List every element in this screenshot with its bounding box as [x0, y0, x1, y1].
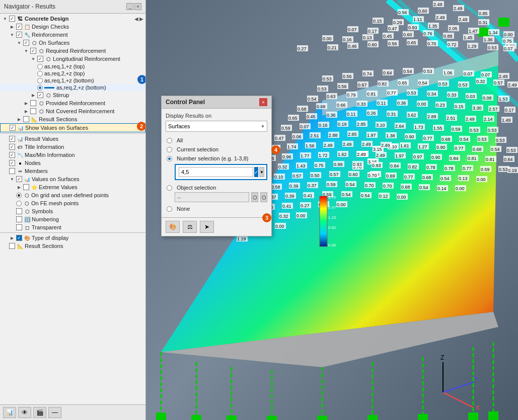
checkbox-design-checks[interactable]: [16, 24, 22, 30]
tree-item-as-req-1-bottom[interactable]: as,req,1,+z (bottom) 1: [0, 77, 145, 84]
radio-as-req-1-top[interactable]: [37, 64, 43, 69]
radio-all[interactable]: [167, 138, 172, 143]
checkbox-symbols[interactable]: [16, 208, 22, 214]
confirm-button[interactable]: ✓: [254, 167, 258, 177]
tree-item-numbering[interactable]: 🔢 Numbering: [0, 215, 145, 223]
checkbox-concrete-design[interactable]: [9, 16, 15, 22]
radio-as-req-1-bottom[interactable]: [37, 78, 43, 83]
tree-item-required-reinforcement[interactable]: ▼ ⬡ Required Reinforcement: [0, 47, 145, 55]
checkbox-longitudinal[interactable]: [37, 56, 43, 62]
display-results-value: Surfaces: [168, 123, 190, 129]
checkbox-maxmin[interactable]: [9, 152, 15, 158]
toolbar-camera-btn[interactable]: 🎬: [33, 407, 46, 418]
object-btn-2[interactable]: ⬡: [260, 192, 267, 202]
checkbox-type-display[interactable]: [16, 235, 22, 241]
tree-item-transparent[interactable]: ◻ Transparent: [0, 223, 145, 231]
svg-text:2.49: 2.49: [324, 143, 333, 148]
nav-prev-btn[interactable]: ◀: [134, 16, 138, 22]
radio-as-req-2-bottom[interactable]: [37, 85, 43, 91]
footer-balance-btn[interactable]: ⚖: [183, 221, 197, 233]
display-results-dropdown[interactable]: Surfaces ▼: [166, 121, 267, 132]
num-dropdown-btn[interactable]: ▼: [259, 167, 264, 177]
svg-text:0.36: 0.36: [327, 113, 336, 118]
svg-text:0.19: 0.19: [338, 122, 347, 127]
option-number-selection[interactable]: Number selection (e.g. 1-3,8): [166, 154, 267, 163]
tree-item-reinforcement[interactable]: ▼ 🔧 Reinforcement: [0, 31, 145, 39]
tree-item-type-display[interactable]: ▶ 🎨 Type of display: [0, 234, 145, 242]
tree-item-as-req-2-top[interactable]: as,req,2,+z (top): [0, 70, 145, 77]
radio-none[interactable]: [167, 206, 172, 212]
radio-number-selection[interactable]: [167, 156, 172, 161]
tree-item-on-surfaces[interactable]: ▼ ⬡ On Surfaces: [0, 39, 145, 47]
tree-item-title-info[interactable]: 🏷 Title Information: [0, 143, 145, 151]
object-btn-1[interactable]: ⬡: [251, 192, 258, 202]
option-object-selection[interactable]: Object selection: [166, 183, 267, 192]
checkbox-transparent[interactable]: [16, 224, 22, 230]
tree-item-stirrup[interactable]: ▶ ⬡ Stirrup: [0, 91, 145, 99]
tree-item-members[interactable]: ═ Members: [0, 167, 145, 175]
toolbar-chart-btn[interactable]: 📊: [3, 407, 16, 418]
tree-item-on-fe-mesh[interactable]: ⬡ On FE mesh points: [0, 199, 145, 207]
tree-item-result-sections[interactable]: ▶ 📐 Result Sections: [0, 115, 145, 123]
svg-rect-25: [488, 411, 498, 420]
minimize-button[interactable]: _: [126, 3, 133, 10]
checkbox-result-values[interactable]: [9, 136, 15, 142]
checkbox-extreme-values[interactable]: [23, 184, 29, 190]
nav-next-btn[interactable]: ▶: [139, 16, 143, 22]
option-none[interactable]: None 3: [166, 204, 267, 213]
tree-item-show-values[interactable]: 📊 Show Values on Surfaces 2: [0, 123, 145, 132]
checkbox-result-sections[interactable]: [23, 116, 29, 122]
number-input[interactable]: [179, 167, 253, 177]
checkbox-show-values[interactable]: [10, 125, 16, 131]
checkbox-result-sections-2[interactable]: [9, 243, 15, 249]
toolbar-line-btn[interactable]: —: [48, 407, 61, 418]
close-button[interactable]: ×: [134, 3, 141, 10]
checkbox-provided[interactable]: [30, 100, 36, 106]
radio-on-fe-mesh[interactable]: [16, 201, 22, 206]
checkbox-values-on-surfaces[interactable]: [16, 176, 22, 182]
tree-item-not-covered[interactable]: ▶ ⬡ Not Covered Reinforcement: [0, 107, 145, 115]
option-all[interactable]: All: [166, 136, 267, 145]
svg-text:0.32: 0.32: [476, 79, 485, 84]
tree-item-result-values[interactable]: 📊 Result Values: [0, 135, 145, 143]
radio-current-selection[interactable]: [167, 147, 172, 152]
cp-close-button[interactable]: ×: [259, 98, 267, 106]
checkbox-reinforcement[interactable]: [16, 32, 22, 38]
checkbox-required-reinforcement[interactable]: [30, 48, 36, 54]
checkbox-nodes[interactable]: [9, 160, 15, 166]
object-field[interactable]: [175, 192, 249, 202]
tree-item-longitudinal[interactable]: ▼ ⬡ Longitudinal Reinforcement: [0, 55, 145, 63]
tree-item-as-req-1-top[interactable]: as,req,1,+z (top): [0, 63, 145, 70]
radio-object-selection[interactable]: [167, 185, 172, 191]
checkbox-numbering[interactable]: [16, 216, 22, 222]
footer-palette-btn[interactable]: 🎨: [166, 221, 180, 233]
tree-item-concrete-design[interactable]: ▼ 🏗 Concrete Design ◀ ▶: [0, 15, 145, 23]
tree-item-nodes[interactable]: ● Nodes: [0, 159, 145, 167]
svg-text:0.00: 0.00: [417, 102, 426, 107]
tree-item-provided[interactable]: ▶ ⬡ Provided Reinforcement: [0, 99, 145, 107]
as-req-1-bottom-label: as,req,1,+z (bottom): [44, 77, 94, 83]
checkbox-on-surfaces[interactable]: [23, 40, 29, 46]
tree-item-as-req-2-bottom[interactable]: as,req,2,+z (bottom): [0, 84, 145, 91]
checkbox-not-covered[interactable]: [30, 108, 36, 114]
tree-item-symbols[interactable]: ⬡ Symbols: [0, 207, 145, 215]
maxmin-icon: 📉: [17, 151, 24, 158]
option-current-selection[interactable]: Current selection 4: [166, 145, 267, 154]
checkbox-stirrup[interactable]: [37, 92, 43, 98]
toolbar-eye-btn[interactable]: 👁: [18, 407, 31, 418]
tree-item-on-grid[interactable]: ⬡ On grid and user-defined points: [0, 191, 145, 199]
checkbox-title-info[interactable]: [9, 144, 15, 150]
svg-text:0.78: 0.78: [445, 166, 454, 171]
svg-rect-21: [317, 415, 327, 420]
tree-item-maxmin[interactable]: 📉 Max/Min Information: [0, 151, 145, 159]
expand-arrow-ev: ▶: [16, 184, 22, 190]
checkbox-members[interactable]: [9, 168, 15, 174]
tree-item-extreme-values[interactable]: ▶ ⭐ Extreme Values: [0, 183, 145, 191]
radio-on-grid[interactable]: [16, 193, 22, 198]
tree-item-design-checks[interactable]: ▶ 📋 Design Checks: [0, 23, 145, 31]
radio-as-req-2-top[interactable]: [37, 71, 43, 76]
tree-item-result-sections-2[interactable]: 📐 Result Sections: [0, 242, 145, 250]
design-checks-label: Design Checks: [32, 24, 69, 30]
footer-export-btn[interactable]: ➤: [200, 221, 214, 233]
tree-item-values-on-surfaces[interactable]: ▼ 📊 Values on Surfaces: [0, 175, 145, 183]
